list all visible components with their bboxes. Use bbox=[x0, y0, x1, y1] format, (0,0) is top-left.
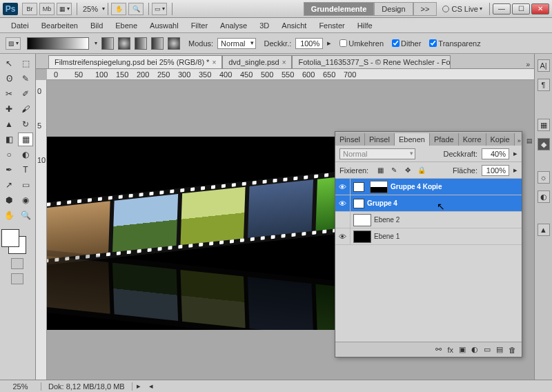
stamp-panel-icon[interactable]: ▲ bbox=[538, 224, 550, 236]
zoom-tool-shortcut[interactable]: 🔍 bbox=[128, 3, 144, 15]
gradient-tool[interactable]: ▦ bbox=[18, 133, 33, 146]
transparency-checkbox[interactable]: Transparenz bbox=[429, 39, 480, 48]
menu-ansicht[interactable]: Ansicht bbox=[276, 20, 312, 31]
mask-thumb[interactable] bbox=[370, 181, 388, 193]
gradient-radial[interactable] bbox=[118, 37, 130, 50]
visibility-icon[interactable]: 👁 bbox=[335, 228, 351, 244]
close-button[interactable]: ✕ bbox=[531, 3, 549, 14]
quickmask-button[interactable] bbox=[11, 258, 23, 269]
bridge-button[interactable]: Br bbox=[22, 3, 37, 15]
layer-thumb[interactable] bbox=[353, 214, 371, 226]
menu-bearbeiten[interactable]: Bearbeiten bbox=[36, 20, 83, 31]
eraser-tool[interactable]: ◧ bbox=[1, 133, 17, 146]
hand-tool[interactable]: ✋ bbox=[1, 208, 17, 222]
color-panel-icon[interactable]: ◆ bbox=[538, 138, 550, 150]
menu-3d[interactable]: 3D bbox=[254, 20, 275, 31]
cslive-button[interactable]: CS Live▾ bbox=[442, 5, 482, 13]
menu-datei[interactable]: Datei bbox=[6, 20, 34, 31]
zoom-tool[interactable]: 🔍 bbox=[18, 208, 33, 222]
type-tool[interactable]: T bbox=[18, 163, 33, 177]
doc-tab-1[interactable]: dvd_single.psd× bbox=[222, 55, 292, 68]
menu-ebene[interactable]: Ebene bbox=[110, 20, 143, 31]
screen-mode-button[interactable]: ▭▾ bbox=[152, 3, 167, 15]
layer-fx-icon[interactable]: fx bbox=[447, 346, 453, 354]
adjustments-panel-icon[interactable]: ☼ bbox=[538, 171, 550, 184]
tab-pinsel[interactable]: Pinsel bbox=[335, 133, 365, 146]
gradient-reflected[interactable] bbox=[151, 37, 164, 50]
opacity-input[interactable]: 100% bbox=[295, 38, 323, 49]
visibility-icon[interactable]: 👁 bbox=[335, 179, 351, 195]
layer-row[interactable]: 👁 Gruppe 4 Kopie bbox=[335, 179, 522, 195]
healing-tool[interactable]: ✚ bbox=[1, 102, 17, 116]
adjustment-layer-icon[interactable]: ◐ bbox=[471, 345, 478, 354]
gradient-linear[interactable] bbox=[101, 37, 114, 50]
fill-input[interactable]: 100% bbox=[482, 165, 509, 176]
status-docsize[interactable]: Dok: 8,12 MB/18,0 MB bbox=[41, 382, 132, 391]
link-layers-icon[interactable]: ⚯ bbox=[435, 345, 442, 354]
view-extras-button[interactable]: ▦▾ bbox=[57, 3, 72, 15]
pen-tool[interactable]: ✒ bbox=[1, 163, 17, 177]
lock-all-icon[interactable]: 🔒 bbox=[417, 166, 426, 175]
visibility-icon[interactable] bbox=[335, 212, 351, 228]
layer-name[interactable]: Gruppe 4 Kopie bbox=[391, 183, 442, 190]
new-layer-icon[interactable]: ▤ bbox=[496, 345, 503, 354]
menu-fenster[interactable]: Fenster bbox=[313, 20, 350, 31]
lock-transparency-icon[interactable]: ▦ bbox=[375, 166, 385, 175]
tab-korrekturen[interactable]: Korre bbox=[459, 133, 486, 146]
status-menu-icon[interactable]: ▸ bbox=[132, 382, 145, 391]
tool-preset-picker[interactable]: ▧▾ bbox=[6, 37, 21, 50]
tab-overflow[interactable]: » bbox=[526, 61, 530, 68]
zoom-level[interactable]: 25% bbox=[83, 5, 98, 13]
layer-name[interactable]: Ebene 1 bbox=[374, 233, 400, 240]
swatches-panel-icon[interactable]: ▦ bbox=[538, 119, 550, 131]
layer-name[interactable]: Gruppe 4 bbox=[367, 199, 397, 207]
reverse-checkbox[interactable]: Umkehren bbox=[339, 39, 384, 48]
move-tool[interactable]: ↖ bbox=[1, 57, 17, 70]
delete-layer-icon[interactable]: 🗑 bbox=[509, 346, 516, 354]
minimize-button[interactable]: — bbox=[493, 3, 511, 14]
gradient-picker[interactable] bbox=[27, 37, 89, 50]
menu-analyse[interactable]: Analyse bbox=[215, 20, 253, 31]
layer-name[interactable]: Ebene 2 bbox=[374, 216, 400, 224]
3d-tool[interactable]: ⬢ bbox=[1, 193, 17, 207]
layer-row[interactable]: Ebene 2 bbox=[335, 212, 522, 228]
tab-pinsel2[interactable]: Pinsel bbox=[365, 133, 395, 146]
styles-panel-icon[interactable]: ◐ bbox=[538, 190, 550, 203]
dither-checkbox[interactable]: Dither bbox=[392, 39, 421, 48]
layer-opacity-input[interactable]: 40% bbox=[482, 148, 509, 159]
tab-ebenen[interactable]: Ebenen bbox=[395, 133, 430, 146]
blend-mode-select[interactable]: Normal bbox=[217, 38, 255, 49]
close-icon[interactable]: × bbox=[282, 59, 286, 66]
marquee-tool[interactable]: ⬚ bbox=[18, 57, 33, 70]
quick-select-tool[interactable]: ✎ bbox=[18, 72, 33, 86]
character-panel-icon[interactable]: A| bbox=[538, 59, 550, 72]
path-select-tool[interactable]: ↗ bbox=[1, 178, 17, 192]
doc-tab-2[interactable]: Fotolia_11635377_S - © Rene Wechsler - F… bbox=[292, 55, 451, 68]
stamp-tool[interactable]: ▲ bbox=[1, 117, 17, 131]
history-brush-tool[interactable]: ↻ bbox=[18, 117, 33, 131]
menu-bild[interactable]: Bild bbox=[85, 20, 108, 31]
panel-overflow[interactable]: » bbox=[515, 136, 524, 146]
lock-position-icon[interactable]: ✥ bbox=[403, 166, 413, 175]
menu-auswahl[interactable]: Auswahl bbox=[144, 20, 184, 31]
new-group-icon[interactable]: ▭ bbox=[484, 345, 491, 354]
tab-pfade[interactable]: Pfade bbox=[430, 133, 459, 146]
layer-row[interactable]: 👁 Ebene 1 bbox=[335, 228, 522, 245]
layer-blend-select[interactable]: Normal bbox=[339, 148, 415, 159]
workspace-design[interactable]: Design bbox=[374, 2, 413, 16]
workspace-more[interactable]: >> bbox=[413, 2, 437, 16]
lasso-tool[interactable]: ʘ bbox=[1, 72, 17, 86]
menu-filter[interactable]: Filter bbox=[186, 20, 213, 31]
screenmode-button[interactable] bbox=[11, 273, 23, 284]
shape-tool[interactable]: ▭ bbox=[18, 178, 33, 192]
tab-kopie[interactable]: Kopie bbox=[486, 133, 515, 146]
lock-paint-icon[interactable]: ✎ bbox=[389, 166, 399, 175]
maximize-button[interactable]: ☐ bbox=[512, 3, 530, 14]
doc-tab-0[interactable]: Filmstreifenspiegelung.psd bei 25% (RGB/… bbox=[48, 55, 222, 68]
gradient-angle[interactable] bbox=[135, 37, 147, 50]
eyedropper-tool[interactable]: ✐ bbox=[18, 87, 33, 101]
close-icon[interactable]: × bbox=[212, 59, 216, 66]
visibility-icon[interactable]: 👁 bbox=[335, 195, 351, 211]
gradient-diamond[interactable] bbox=[168, 37, 180, 50]
blur-tool[interactable]: ○ bbox=[1, 148, 17, 161]
